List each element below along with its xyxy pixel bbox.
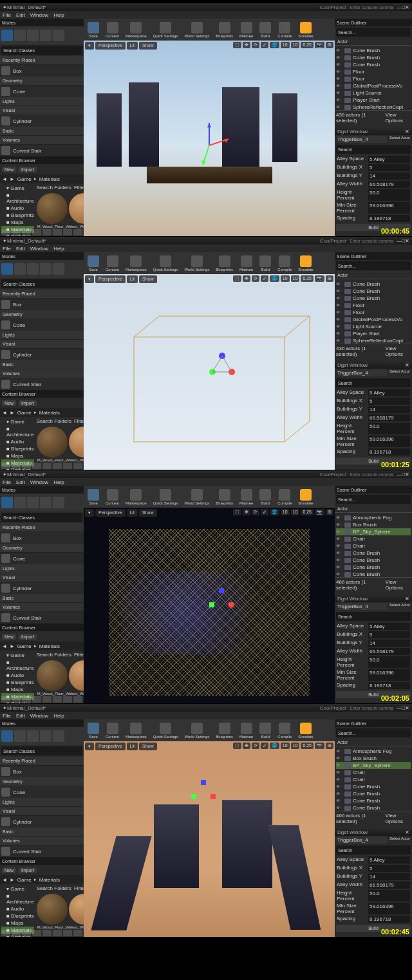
- world-settings-button[interactable]: World Settings: [182, 21, 212, 39]
- outliner-actor[interactable]: 👁Box Brush: [336, 521, 411, 528]
- minimize-icon[interactable]: —: [397, 705, 402, 711]
- visibility-icon[interactable]: 👁: [336, 551, 342, 555]
- property-value[interactable]: 5: [368, 631, 410, 638]
- details-close-icon[interactable]: ✕: [405, 596, 409, 602]
- outliner-view-options[interactable]: View Options: [385, 346, 411, 357]
- breadcrumb-game[interactable]: Game: [17, 643, 32, 649]
- source-folder[interactable]: ▾ Game: [1, 185, 34, 192]
- visibility-icon[interactable]: 👁: [336, 565, 342, 569]
- visibility-icon[interactable]: 👁: [336, 530, 342, 534]
- visibility-icon[interactable]: 👁: [336, 515, 342, 520]
- place-item[interactable]: Curved Stair: [0, 612, 84, 624]
- taskbar-app-icon[interactable]: [42, 463, 52, 469]
- landscape-mode-icon[interactable]: [27, 730, 39, 742]
- taskbar-app-icon[interactable]: [42, 696, 52, 703]
- content-button[interactable]: Content: [103, 721, 122, 740]
- actor-column[interactable]: Actor: [335, 272, 412, 279]
- place-item[interactable]: Cylinder: [0, 349, 84, 360]
- place-item[interactable]: Box: [0, 532, 84, 544]
- place-category[interactable]: Geometry: [0, 777, 84, 786]
- property-value[interactable]: 59.016396: [368, 903, 410, 914]
- property-value[interactable]: 50.0: [368, 423, 410, 434]
- source-folder[interactable]: ■ Architecture: [1, 892, 34, 905]
- taskbar-app-icon[interactable]: [73, 463, 82, 469]
- place-category[interactable]: Volumes: [0, 369, 84, 378]
- matinee-button[interactable]: Matinee: [237, 721, 256, 740]
- details-close-icon[interactable]: ✕: [405, 129, 409, 134]
- visibility-icon[interactable]: 👁: [336, 331, 342, 336]
- start-button-icon[interactable]: [1, 696, 10, 703]
- visibility-icon[interactable]: 👁: [336, 310, 342, 315]
- place-category[interactable]: Visual: [0, 807, 84, 816]
- place-category[interactable]: Lights: [0, 97, 84, 106]
- outliner-actor[interactable]: 👁Cone Brush: [336, 47, 411, 54]
- lit-dropdown[interactable]: Lit: [127, 509, 138, 517]
- outliner-actor[interactable]: 👁Cone Brush: [336, 281, 411, 288]
- property-value[interactable]: 5 Alley: [368, 623, 410, 630]
- simulate-button[interactable]: Simulate: [295, 21, 315, 39]
- property-value[interactable]: 59.016396: [368, 436, 410, 447]
- breadcrumb-fwd-icon[interactable]: ►: [10, 877, 15, 883]
- source-folder[interactable]: ■ Audio: [1, 205, 34, 212]
- source-folder[interactable]: ■ Architecture: [1, 192, 34, 205]
- console-input[interactable]: [349, 5, 394, 10]
- paint-mode-icon[interactable]: [14, 263, 26, 275]
- place-category[interactable]: Basic: [0, 594, 84, 603]
- outliner-actor[interactable]: 👁Chair: [336, 542, 411, 550]
- transform-gizmo[interactable]: [206, 586, 238, 618]
- place-category[interactable]: Volumes: [0, 136, 84, 145]
- visibility-icon[interactable]: 👁: [336, 749, 342, 753]
- place-category[interactable]: Visual: [0, 340, 84, 349]
- new-button[interactable]: New: [2, 867, 16, 873]
- compile-button[interactable]: Compile: [275, 254, 294, 273]
- save-button[interactable]: Save: [85, 721, 102, 740]
- outliner-actor[interactable]: 👁Cone Brush: [336, 54, 411, 61]
- source-folder[interactable]: ■ Architecture: [1, 425, 34, 438]
- taskbar-app-icon[interactable]: [12, 463, 21, 469]
- source-folder[interactable]: ■ Architecture: [1, 659, 34, 672]
- visibility-icon[interactable]: 👁: [336, 296, 342, 300]
- place-category[interactable]: Lights: [0, 331, 84, 340]
- geometry-mode-icon[interactable]: [53, 30, 64, 41]
- foliage-mode-icon[interactable]: [40, 30, 52, 41]
- start-button-icon[interactable]: [1, 463, 10, 469]
- world-settings-button[interactable]: World Settings: [182, 254, 212, 273]
- visibility-icon[interactable]: 👁: [336, 317, 342, 322]
- taskbar-app-icon[interactable]: [42, 229, 52, 236]
- taskbar-app-icon[interactable]: [32, 229, 41, 236]
- scale-snap[interactable]: 0.25: [301, 509, 314, 515]
- breadcrumb-back-icon[interactable]: ◄: [2, 176, 7, 182]
- visibility-icon[interactable]: 👁: [336, 558, 342, 562]
- outliner-actor[interactable]: 👁Cone Brush: [336, 804, 411, 811]
- property-value[interactable]: 8.196718: [368, 682, 410, 689]
- console-input[interactable]: [349, 238, 394, 244]
- place-item[interactable]: Cone: [0, 319, 84, 331]
- taskbar-app-icon[interactable]: [73, 930, 82, 936]
- foliage-mode-icon[interactable]: [40, 497, 52, 508]
- minimize-icon[interactable]: —: [397, 472, 402, 477]
- modes-search[interactable]: Search Classes: [1, 513, 82, 522]
- save-button[interactable]: Save: [85, 21, 102, 39]
- place-mode-icon[interactable]: [1, 730, 13, 742]
- quick-settings-button[interactable]: Quick Settings: [151, 21, 181, 39]
- world-settings-button[interactable]: World Settings: [182, 721, 212, 740]
- start-button-icon[interactable]: [1, 930, 10, 936]
- actor-column[interactable]: Actor: [335, 505, 412, 513]
- visibility-icon[interactable]: 👁: [336, 282, 342, 286]
- taskbar-app-icon[interactable]: [73, 229, 82, 236]
- visibility-icon[interactable]: 👁: [336, 105, 342, 109]
- import-button[interactable]: Import: [19, 167, 37, 172]
- import-button[interactable]: Import: [19, 400, 37, 406]
- property-value[interactable]: 8.196718: [368, 916, 410, 923]
- close-icon[interactable]: ✕: [405, 472, 409, 477]
- transform-gizmo[interactable]: [188, 778, 220, 810]
- breadcrumb-game[interactable]: Game: [17, 176, 32, 182]
- source-folder[interactable]: ■ Maps: [1, 219, 34, 226]
- modes-search[interactable]: Search Classes: [1, 746, 82, 755]
- minimize-icon[interactable]: —: [397, 238, 402, 244]
- visibility-icon[interactable]: 👁: [336, 289, 342, 293]
- outliner-actor[interactable]: 👁GlobalPostProcessVo: [336, 316, 411, 323]
- actor-column[interactable]: Actor: [335, 739, 412, 746]
- taskbar-app-icon[interactable]: [12, 696, 21, 703]
- search-folders[interactable]: Search Folders: [37, 652, 71, 658]
